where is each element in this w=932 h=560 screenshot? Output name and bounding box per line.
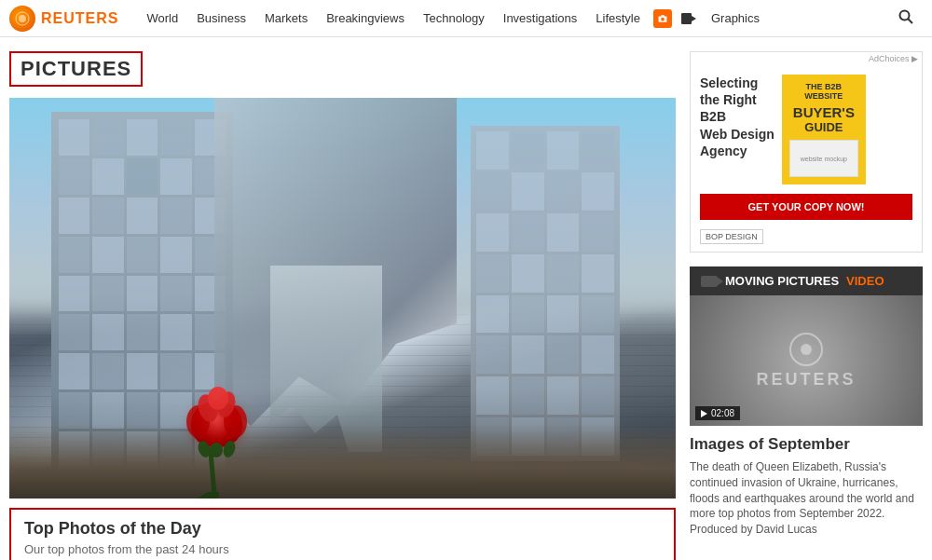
logo[interactable]: REUTERS <box>9 6 118 32</box>
ad-headline: Selecting the Right B2B Web Design Agenc… <box>700 75 774 159</box>
video-duration-badge: 02:08 <box>695 406 740 420</box>
nav-item-world[interactable]: World <box>137 0 187 37</box>
main-column: PICTURES <box>9 51 676 560</box>
nav-item-breakingviews[interactable]: Breakingviews <box>317 0 414 37</box>
video-watermark-area: REUTERS <box>756 333 856 389</box>
video-duration: 02:08 <box>711 408 734 418</box>
ad-text: Selecting the Right B2B Web Design Agenc… <box>700 75 774 159</box>
svg-point-3 <box>661 17 665 20</box>
svg-marker-6 <box>692 16 696 21</box>
section-title: PICTURES <box>9 51 143 87</box>
camera-icon[interactable] <box>653 9 672 28</box>
ad-bop-label: BOP DESIGN <box>700 229 763 244</box>
nav-item-markets[interactable]: Markets <box>255 0 317 37</box>
header: REUTERS World Business Markets Breakingv… <box>0 0 932 37</box>
ad-book-cover: THE B2B WEBSITE BUYER'S GUIDE website mo… <box>782 75 866 184</box>
ad-book-sub: GUIDE <box>789 120 858 134</box>
nav-item-investigations[interactable]: Investigations <box>494 0 587 37</box>
nav-item-lifestyle[interactable]: Lifestyle <box>586 0 650 37</box>
ad-block: AdChoices ▶ Selecting the Right B2B Web … <box>690 51 923 253</box>
logo-icon <box>9 6 35 32</box>
ad-choices-label: AdChoices ▶ <box>691 52 922 65</box>
ad-screen-preview: website mockup <box>789 140 858 177</box>
nav-item-business[interactable]: Business <box>187 0 255 37</box>
svg-rect-4 <box>661 15 665 17</box>
reuters-logo-dot <box>801 344 812 355</box>
video-section-header: MOVING PICTURES VIDEO <box>690 266 923 295</box>
video-title[interactable]: Images of September <box>690 435 923 454</box>
play-icon <box>701 410 707 417</box>
video-icon[interactable] <box>679 9 698 28</box>
video-thumbnail[interactable]: REUTERS 02:08 <box>690 295 923 426</box>
ad-book-top-label: THE B2B WEBSITE <box>789 82 858 101</box>
video-description: The death of Queen Elizabeth, Russia's c… <box>690 459 923 538</box>
caption-subtitle: Our top photos from the past 24 hours <box>24 542 661 556</box>
video-header-label: MOVING PICTURES <box>725 274 839 288</box>
ad-cta-label: GET YOUR COPY NOW! <box>748 201 865 212</box>
video-header-accent: VIDEO <box>846 274 884 288</box>
hero-image[interactable] <box>9 98 676 499</box>
main-nav: World Business Markets Breakingviews Tec… <box>137 0 889 37</box>
ad-footer: BOP DESIGN <box>691 229 922 252</box>
logo-text: REUTERS <box>41 10 118 27</box>
caption-box: Top Photos of the Day Our top photos fro… <box>9 508 676 560</box>
ad-book-main: BUYER'S <box>789 104 858 120</box>
svg-point-1 <box>19 15 26 22</box>
svg-line-8 <box>908 19 912 23</box>
ad-cta-button[interactable]: GET YOUR COPY NOW! <box>700 194 912 220</box>
caption-title: Top Photos of the Day <box>24 519 661 539</box>
page-content: PICTURES <box>0 37 932 560</box>
nav-item-technology[interactable]: Technology <box>414 0 494 37</box>
nav-item-graphics[interactable]: Graphics <box>702 0 769 37</box>
video-section: MOVING PICTURES VIDEO REUTERS 02:08 <box>690 266 923 542</box>
search-icon[interactable] <box>889 9 923 28</box>
reuters-logo-circle <box>789 333 823 366</box>
video-section-icon <box>701 276 718 287</box>
sidebar: AdChoices ▶ Selecting the Right B2B Web … <box>690 51 923 560</box>
svg-rect-5 <box>681 13 692 24</box>
video-info: Images of September The death of Queen E… <box>690 426 923 542</box>
reuters-watermark: REUTERS <box>756 370 856 389</box>
ad-content: Selecting the Right B2B Web Design Agenc… <box>691 65 922 194</box>
